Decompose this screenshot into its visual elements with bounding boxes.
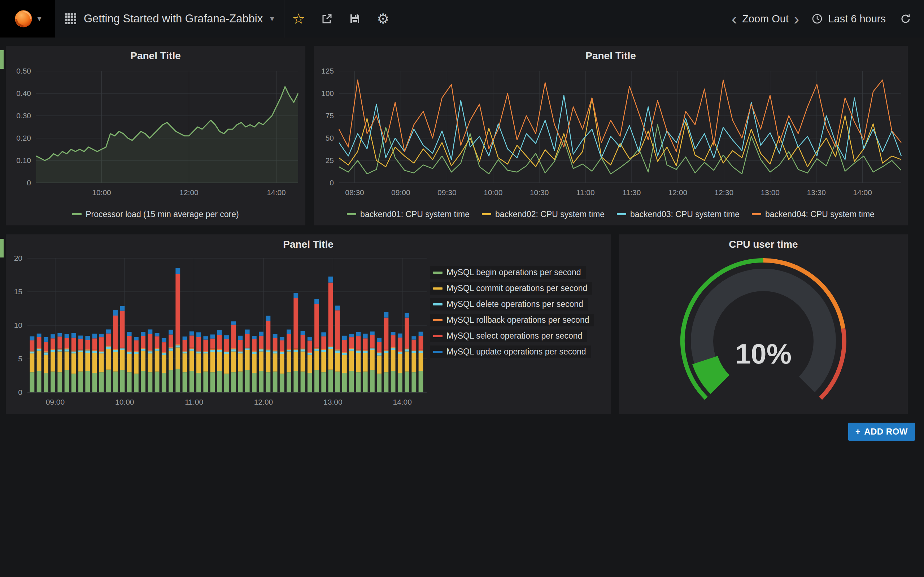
bar-segment xyxy=(189,348,194,349)
bar-segment xyxy=(44,351,48,352)
bar-segment xyxy=(85,371,90,393)
svg-text:09:00: 09:00 xyxy=(46,398,65,406)
bar-segment xyxy=(85,349,90,350)
refresh-button[interactable] xyxy=(893,0,918,37)
bar-segment xyxy=(300,350,305,351)
svg-text:10:00: 10:00 xyxy=(92,188,111,197)
bar-segment xyxy=(65,350,69,351)
gauge-value-arc xyxy=(705,360,720,385)
bar-segment xyxy=(273,350,278,351)
bar-segment xyxy=(280,354,284,374)
bar-segment xyxy=(377,356,381,374)
bar-segment xyxy=(50,350,55,352)
bar-segment xyxy=(189,371,194,393)
settings-button[interactable]: ⚙ xyxy=(369,0,397,37)
bar-segment xyxy=(134,340,139,351)
grafana-menu-button[interactable]: ▾ xyxy=(0,0,55,37)
bar-segment xyxy=(252,339,257,351)
row-menu-tab[interactable] xyxy=(0,239,3,258)
legend-item[interactable]: MySQL commit operations per second xyxy=(430,282,592,295)
bar-segment xyxy=(405,348,409,350)
legend-item[interactable]: MySQL update operations per second xyxy=(430,345,591,358)
svg-text:0: 0 xyxy=(330,179,334,187)
cpu-system-time-graph[interactable]: 025507510012508:3009:0009:3010:0010:3011… xyxy=(313,66,908,202)
bar-segment xyxy=(314,351,319,371)
panel-title[interactable]: Panel Title xyxy=(6,234,611,255)
dashboard-title-button[interactable]: Getting Started with Grafana-Zabbix ▾ xyxy=(55,0,284,37)
legend-series-color-icon xyxy=(347,213,356,215)
bar-segment xyxy=(412,353,416,372)
bar-segment xyxy=(335,349,340,350)
legend-item[interactable]: backend03: CPU system time xyxy=(617,210,740,219)
cpu-user-time-gauge[interactable]: 10% xyxy=(619,255,908,413)
legend-series-color-icon xyxy=(617,213,626,215)
bar-segment xyxy=(356,336,361,350)
processor-load-graph[interactable]: 00.100.200.300.400.5010:0012:0014:00 xyxy=(6,66,305,202)
bar-segment xyxy=(78,336,83,339)
bar-segment xyxy=(168,371,173,392)
legend-item[interactable]: MySQL begin operations per second xyxy=(430,266,586,279)
bar-segment xyxy=(30,351,35,354)
bar-segment xyxy=(370,350,375,371)
bar-segment xyxy=(259,332,263,336)
svg-text:11:30: 11:30 xyxy=(622,188,641,197)
panel-title[interactable]: Panel Title xyxy=(313,46,908,66)
bar-segment xyxy=(203,353,208,371)
legend-item[interactable]: backend02: CPU system time xyxy=(482,210,604,219)
legend-item[interactable]: MySQL rollback operations per second xyxy=(430,314,594,326)
bar-segment xyxy=(349,337,354,348)
shift-time-forward-button[interactable]: › xyxy=(789,10,804,27)
row-menu-tab[interactable] xyxy=(0,50,3,69)
svg-text:10:30: 10:30 xyxy=(530,188,549,197)
legend-series-label: backend03: CPU system time xyxy=(630,210,740,219)
legend-item[interactable]: MySQL select operations per second xyxy=(430,330,587,342)
panel-title[interactable]: Panel Title xyxy=(6,46,305,66)
legend-series-color-icon xyxy=(482,213,491,215)
legend-item[interactable]: MySQL delete operations per second xyxy=(430,298,588,311)
legend-series-label: MySQL select operations per second xyxy=(446,331,582,341)
bar-segment xyxy=(189,331,194,335)
clock-icon xyxy=(811,13,823,24)
bar-segment xyxy=(30,372,35,392)
bar-segment xyxy=(231,325,236,348)
bar-segment xyxy=(148,353,153,372)
bar-segment xyxy=(78,352,83,371)
add-row-button[interactable]: + ADD ROW xyxy=(848,423,915,441)
bar-segment xyxy=(300,348,305,350)
bar-segment xyxy=(162,373,166,392)
bar-segment xyxy=(85,336,90,340)
svg-text:11:00: 11:00 xyxy=(185,398,203,406)
bar-segment xyxy=(106,334,111,346)
zoom-out-button[interactable]: Zoom Out xyxy=(742,13,789,25)
bar-segment xyxy=(405,350,409,351)
panel-title[interactable]: CPU user time xyxy=(619,234,908,255)
save-dashboard-button[interactable] xyxy=(341,0,369,37)
star-dashboard-button[interactable]: ☆ xyxy=(284,0,313,37)
legend-item[interactable]: backend01: CPU system time xyxy=(347,210,470,219)
bar-segment xyxy=(349,371,354,393)
bar-segment xyxy=(280,351,284,352)
bar-segment xyxy=(162,353,166,355)
bar-segment xyxy=(30,351,35,351)
bar-segment xyxy=(224,374,229,392)
bar-segment xyxy=(113,371,118,392)
bar-segment xyxy=(196,373,201,392)
graph-legend: Processor load (15 min average per core) xyxy=(6,205,305,223)
time-range-picker-button[interactable]: Last 6 hours xyxy=(804,0,893,37)
bar-segment xyxy=(196,351,201,354)
series-line xyxy=(339,95,901,160)
bar-segment xyxy=(321,352,326,372)
mysql-operations-graph[interactable]: 0510152009:0010:0011:0012:0013:0014:00 xyxy=(6,255,432,411)
bar-segment xyxy=(273,334,278,338)
bar-segment xyxy=(287,330,291,334)
share-dashboard-button[interactable] xyxy=(313,0,341,37)
svg-text:25: 25 xyxy=(326,156,334,164)
grafana-logo-icon xyxy=(13,9,34,29)
bar-segment xyxy=(183,353,187,372)
legend-item[interactable]: backend04: CPU system time xyxy=(752,210,874,219)
bar-segment xyxy=(280,352,284,354)
bar-segment xyxy=(189,351,194,371)
shift-time-back-button[interactable]: ‹ xyxy=(727,10,742,27)
bar-segment xyxy=(44,337,48,342)
legend-item[interactable]: Processor load (15 min average per core) xyxy=(72,210,239,219)
